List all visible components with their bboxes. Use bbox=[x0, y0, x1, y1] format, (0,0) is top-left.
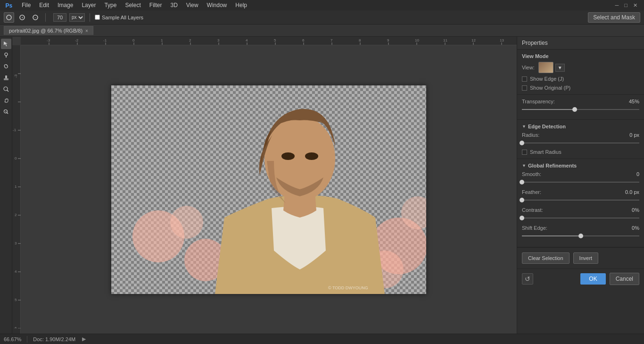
magnifier-tool[interactable]: + bbox=[1, 107, 11, 117]
tab-filename: portrait02.jpg @ 66.7% (RGB/8) bbox=[9, 28, 83, 34]
svg-text:0: 0 bbox=[132, 38, 135, 42]
menu-edit[interactable]: Edit bbox=[35, 1, 53, 9]
ok-cancel-row: ↺ OK Cancel bbox=[517, 268, 644, 289]
select-and-mask-button[interactable]: Select and Mask bbox=[588, 12, 640, 23]
feather-track bbox=[522, 200, 639, 201]
menu-window[interactable]: Window bbox=[203, 1, 231, 9]
ruler-ticks-v: -3 -1 0 1 2 3 4 5 6 bbox=[12, 45, 21, 328]
maximize-icon[interactable]: □ bbox=[624, 2, 627, 8]
clear-selection-button[interactable]: Clear Selection bbox=[522, 252, 570, 264]
menubar: Ps File Edit Image Layer Type Select Fil… bbox=[0, 0, 644, 10]
transparency-section: Transparency: 45% bbox=[517, 95, 644, 120]
global-refinements-title: ▼ Global Refinements bbox=[522, 163, 639, 168]
right-toolbar: Select and Mask bbox=[588, 12, 640, 23]
shift-edge-label: Shift Edge: bbox=[522, 225, 547, 231]
view-options: Show Edge (J) Show Original (P) bbox=[522, 76, 639, 91]
transparency-row: Transparency: 45% bbox=[522, 99, 639, 104]
add-tool-icon[interactable]: + bbox=[17, 12, 27, 23]
menu-help[interactable]: Help bbox=[231, 1, 251, 9]
show-edge-label: Show Edge (J) bbox=[530, 76, 564, 82]
transparency-slider[interactable] bbox=[522, 106, 639, 113]
app-logo: Ps bbox=[4, 0, 14, 10]
svg-point-70 bbox=[170, 206, 203, 239]
document-tab[interactable]: portrait02.jpg @ 66.7% (RGB/8) × bbox=[4, 26, 93, 35]
options-toolbar: + − px Sample All Layers Select and Mask bbox=[0, 10, 644, 25]
contrast-slider[interactable] bbox=[522, 215, 639, 221]
hand-tool[interactable] bbox=[1, 95, 11, 106]
view-dropdown[interactable]: ▼ bbox=[555, 64, 565, 72]
menu-filter[interactable]: Filter bbox=[146, 1, 166, 9]
sample-all-layers-input[interactable] bbox=[95, 15, 100, 20]
panel-header: Properties bbox=[517, 37, 644, 50]
svg-text:Ps: Ps bbox=[6, 2, 13, 9]
contrast-row: Contrast: 0% bbox=[522, 207, 639, 221]
edge-collapse-arrow[interactable]: ▼ bbox=[522, 124, 526, 129]
svg-text:2: 2 bbox=[189, 38, 191, 42]
menu-layer[interactable]: Layer bbox=[78, 1, 99, 9]
menu-select[interactable]: Select bbox=[121, 1, 144, 9]
smooth-prop-row: Smooth: 0 bbox=[522, 171, 639, 177]
svg-line-13 bbox=[7, 113, 8, 114]
svg-text:+: + bbox=[5, 110, 7, 113]
feather-label: Feather: bbox=[522, 189, 541, 195]
show-edge-checkbox[interactable] bbox=[522, 76, 527, 82]
transparency-thumb[interactable] bbox=[572, 107, 577, 112]
show-original-option[interactable]: Show Original (P) bbox=[522, 85, 639, 91]
refinements-collapse-arrow[interactable]: ▼ bbox=[522, 163, 526, 168]
smooth-thumb[interactable] bbox=[520, 180, 524, 185]
menu-image[interactable]: Image bbox=[54, 1, 77, 9]
minimize-icon[interactable]: ─ bbox=[615, 2, 619, 8]
zoom-input[interactable] bbox=[53, 13, 66, 22]
svg-point-79 bbox=[281, 152, 295, 160]
smart-radius-label: Smart Radius bbox=[530, 149, 561, 155]
smooth-slider[interactable] bbox=[522, 179, 639, 185]
brush-refine-tool[interactable] bbox=[1, 50, 11, 60]
show-original-checkbox[interactable] bbox=[522, 85, 527, 91]
svg-text:6: 6 bbox=[15, 326, 17, 328]
cancel-button[interactable]: Cancel bbox=[610, 273, 639, 285]
size-unit-select[interactable]: px bbox=[69, 13, 85, 22]
shift-edge-row: Shift Edge: 0% bbox=[522, 225, 639, 239]
reset-button[interactable]: ↺ bbox=[522, 273, 533, 285]
close-icon[interactable]: ✕ bbox=[633, 2, 637, 8]
sample-all-layers-checkbox[interactable]: Sample All Layers bbox=[95, 15, 143, 20]
menu-view[interactable]: View bbox=[182, 1, 202, 9]
radius-thumb[interactable] bbox=[520, 141, 524, 145]
lasso-tool[interactable] bbox=[1, 61, 11, 72]
svg-text:11: 11 bbox=[443, 38, 447, 42]
edge-detection-title: ▼ Edge Detection bbox=[522, 124, 639, 129]
image-canvas: © TODD DWYOUNG bbox=[111, 85, 426, 294]
svg-point-1 bbox=[7, 15, 11, 20]
contrast-thumb[interactable] bbox=[520, 216, 524, 220]
zoom-level: 66.67% bbox=[4, 336, 21, 342]
status-expand-arrow[interactable]: ▶ bbox=[82, 336, 86, 342]
shift-edge-slider[interactable] bbox=[522, 233, 639, 239]
ok-button[interactable]: OK bbox=[580, 273, 605, 285]
tab-close-icon[interactable]: × bbox=[85, 28, 88, 34]
menu-file[interactable]: File bbox=[18, 1, 34, 9]
subtract-tool-icon[interactable]: − bbox=[30, 12, 41, 23]
ruler-vertical: -3 -1 0 1 2 3 4 5 6 bbox=[12, 45, 21, 334]
global-refinements-section: ▼ Global Refinements Smooth: 0 Feather: bbox=[517, 159, 644, 247]
svg-text:-3: -3 bbox=[14, 74, 18, 78]
paint-bucket-tool[interactable] bbox=[1, 73, 11, 83]
menu-3d[interactable]: 3D bbox=[166, 1, 181, 9]
smooth-row: Smooth: 0 bbox=[522, 171, 639, 185]
zoom-tool[interactable] bbox=[1, 84, 11, 94]
invert-button[interactable]: Invert bbox=[573, 252, 599, 264]
dropdown-arrow: ▼ bbox=[558, 65, 562, 70]
feather-slider[interactable] bbox=[522, 197, 639, 203]
contrast-value: 0% bbox=[632, 207, 639, 213]
feather-thumb[interactable] bbox=[520, 198, 524, 202]
smart-radius-checkbox[interactable] bbox=[522, 150, 527, 155]
view-dropdown-wrapper[interactable]: ▼ bbox=[538, 62, 565, 73]
menu-type[interactable]: Type bbox=[100, 1, 120, 9]
shift-edge-prop-row: Shift Edge: 0% bbox=[522, 225, 639, 231]
brush-tool-icon[interactable] bbox=[4, 12, 14, 23]
show-edge-option[interactable]: Show Edge (J) bbox=[522, 76, 639, 82]
radius-track bbox=[522, 143, 639, 143]
radius-slider[interactable] bbox=[522, 140, 639, 146]
shift-edge-thumb[interactable] bbox=[578, 234, 583, 238]
status-sep-1 bbox=[27, 336, 27, 343]
selection-tool[interactable] bbox=[1, 39, 11, 49]
